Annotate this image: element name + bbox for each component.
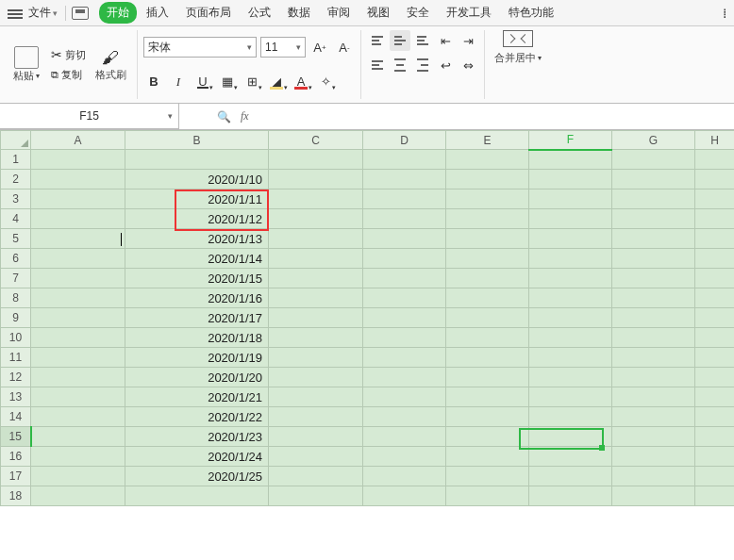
cell-D4[interactable] <box>363 209 446 229</box>
cell-A7[interactable] <box>31 269 125 288</box>
row-header-6[interactable]: 6 <box>1 249 31 269</box>
cell-H1[interactable] <box>695 150 735 170</box>
cell-F12[interactable] <box>529 368 612 387</box>
name-box[interactable]: F15 ▾ <box>0 104 179 129</box>
cell-B10[interactable]: 2020/1/18 <box>125 328 269 348</box>
cell-B17[interactable]: 2020/1/25 <box>125 467 269 486</box>
cell-D13[interactable] <box>363 387 446 407</box>
column-header-H[interactable]: H <box>695 131 735 150</box>
cell-A18[interactable] <box>31 486 125 506</box>
cell-G15[interactable] <box>612 427 695 447</box>
cell-G1[interactable] <box>612 150 695 170</box>
lookup-icon[interactable]: 🔍 <box>217 110 231 124</box>
cell-H9[interactable] <box>695 308 735 328</box>
row-header-3[interactable]: 3 <box>1 189 31 209</box>
border-button[interactable]: ▦▾ <box>217 72 238 92</box>
select-all-corner[interactable] <box>1 131 31 150</box>
cell-C18[interactable] <box>269 486 363 506</box>
row-header-16[interactable]: 16 <box>1 447 31 467</box>
cell-D17[interactable] <box>363 467 446 486</box>
cell-D15[interactable] <box>363 427 446 447</box>
paste-button[interactable]: 粘贴▾ <box>6 46 47 83</box>
bold-button[interactable]: B <box>143 72 164 92</box>
cell-B18[interactable] <box>125 486 269 506</box>
align-bottom-button[interactable] <box>412 30 433 51</box>
cell-D12[interactable] <box>363 368 446 387</box>
cell-F10[interactable] <box>529 328 612 348</box>
cell-B15[interactable]: 2020/1/23 <box>125 427 269 447</box>
cell-G7[interactable] <box>612 269 695 288</box>
cell-D6[interactable] <box>363 249 446 269</box>
tab-开始[interactable]: 开始 <box>99 2 137 24</box>
cell-E18[interactable] <box>446 486 529 506</box>
decrease-indent-button[interactable]: ⇤ <box>435 30 456 51</box>
cell-E17[interactable] <box>446 467 529 486</box>
tab-数据[interactable]: 数据 <box>280 2 318 24</box>
row-header-10[interactable]: 10 <box>1 328 31 348</box>
cell-E1[interactable] <box>446 150 529 170</box>
cell-E3[interactable] <box>446 189 529 209</box>
cell-B12[interactable]: 2020/1/20 <box>125 368 269 387</box>
row-header-15[interactable]: 15 <box>1 427 31 447</box>
cell-B16[interactable]: 2020/1/24 <box>125 447 269 467</box>
cell-D9[interactable] <box>363 308 446 328</box>
merge-split-button[interactable]: ⇔ <box>458 55 478 75</box>
align-left-button[interactable] <box>367 55 388 75</box>
cell-C7[interactable] <box>269 269 363 288</box>
cell-A2[interactable] <box>31 170 125 189</box>
tab-插入[interactable]: 插入 <box>139 2 176 24</box>
effects-button[interactable]: ✧▾ <box>315 72 336 92</box>
row-header-18[interactable]: 18 <box>1 486 31 506</box>
cell-E16[interactable] <box>446 447 529 467</box>
cell-B1[interactable] <box>125 150 269 170</box>
cell-C5[interactable] <box>269 229 363 249</box>
cell-H17[interactable] <box>695 467 735 486</box>
decrease-font-button[interactable]: A- <box>334 37 355 58</box>
cell-C6[interactable] <box>269 249 363 269</box>
cell-A4[interactable] <box>31 209 125 229</box>
tab-页面布局[interactable]: 页面布局 <box>178 2 239 24</box>
cell-H6[interactable] <box>695 249 735 269</box>
column-header-B[interactable]: B <box>125 131 269 150</box>
cell-E4[interactable] <box>446 209 529 229</box>
cell-F7[interactable] <box>529 269 612 288</box>
column-header-C[interactable]: C <box>269 131 363 150</box>
format-painter-button[interactable]: 🖌 格式刷 <box>90 48 131 82</box>
column-header-G[interactable]: G <box>612 131 695 150</box>
cell-B5[interactable]: 2020/1/13 <box>125 229 269 249</box>
cell-E8[interactable] <box>446 288 529 308</box>
cell-F4[interactable] <box>529 209 612 229</box>
cell-G9[interactable] <box>612 308 695 328</box>
cell-C11[interactable] <box>269 348 363 368</box>
tab-视图[interactable]: 视图 <box>359 2 397 24</box>
cell-C2[interactable] <box>269 170 363 189</box>
cell-C4[interactable] <box>269 209 363 229</box>
cell-G4[interactable] <box>612 209 695 229</box>
align-center-button[interactable] <box>390 55 410 75</box>
cell-F11[interactable] <box>529 348 612 368</box>
cell-B11[interactable]: 2020/1/19 <box>125 348 269 368</box>
cell-A11[interactable] <box>31 348 125 368</box>
cell-G3[interactable] <box>612 189 695 209</box>
tab-开发工具[interactable]: 开发工具 <box>439 2 499 24</box>
row-header-12[interactable]: 12 <box>1 368 31 387</box>
cell-G12[interactable] <box>612 368 695 387</box>
cell-F16[interactable] <box>529 447 612 467</box>
save-icon[interactable] <box>72 7 89 20</box>
tab-安全[interactable]: 安全 <box>399 2 437 24</box>
cell-H3[interactable] <box>695 189 735 209</box>
row-header-17[interactable]: 17 <box>1 467 31 486</box>
cell-B3[interactable]: 2020/1/11 <box>125 189 269 209</box>
cell-G14[interactable] <box>612 407 695 427</box>
cell-A8[interactable] <box>31 288 125 308</box>
align-right-button[interactable] <box>412 55 433 75</box>
tab-审阅[interactable]: 审阅 <box>320 2 358 24</box>
cell-C16[interactable] <box>269 447 363 467</box>
row-header-8[interactable]: 8 <box>1 288 31 308</box>
cell-B2[interactable]: 2020/1/10 <box>125 170 269 189</box>
column-header-A[interactable]: A <box>31 131 125 150</box>
cell-G16[interactable] <box>612 447 695 467</box>
cell-G13[interactable] <box>612 387 695 407</box>
fx-icon[interactable]: fx <box>241 109 249 124</box>
cell-H14[interactable] <box>695 407 735 427</box>
